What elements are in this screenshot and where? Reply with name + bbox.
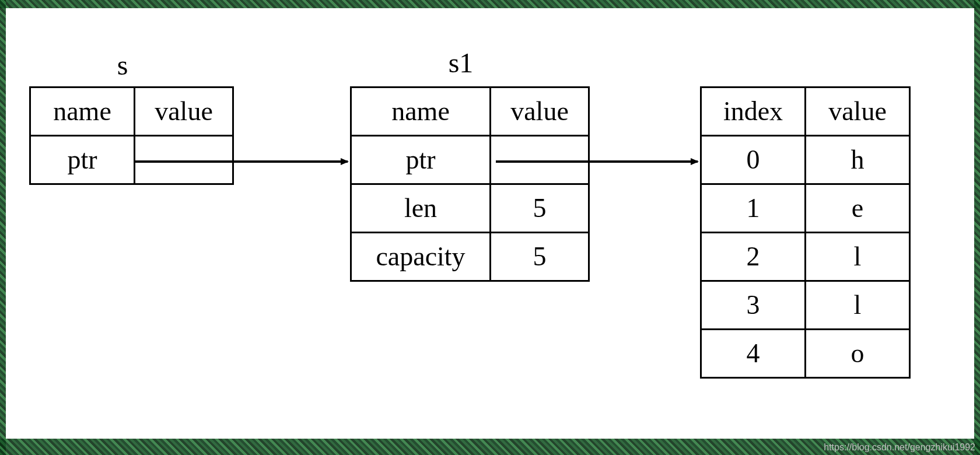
cell-index: 0 <box>701 136 806 184</box>
table-row: 0 h <box>701 136 910 184</box>
cell-index: 4 <box>701 330 806 378</box>
diagram-canvas: s s1 name value ptr name value ptr len 5… <box>0 0 980 455</box>
cell-name: len <box>351 184 491 233</box>
table-row: len 5 <box>351 184 589 233</box>
cell-name: ptr <box>351 136 491 184</box>
decorative-frame <box>974 0 980 455</box>
title-s1: s1 <box>438 47 484 79</box>
table-row: ptr <box>30 136 233 184</box>
header-cell-name: name <box>351 88 491 136</box>
decorative-frame <box>0 0 980 8</box>
table-row: ptr <box>351 136 589 184</box>
header-cell-value: value <box>491 88 589 136</box>
cell-value: e <box>806 184 910 233</box>
cell-index: 1 <box>701 184 806 233</box>
table-row: 2 l <box>701 233 910 281</box>
header-cell-value: value <box>135 88 233 136</box>
table-header-row: name value <box>30 88 233 136</box>
table-s: name value ptr <box>29 86 234 185</box>
header-cell-name: name <box>30 88 135 136</box>
cell-value: l <box>806 281 910 330</box>
cell-value: 5 <box>491 184 589 233</box>
title-s: s <box>111 49 134 81</box>
cell-index: 3 <box>701 281 806 330</box>
table-header-row: index value <box>701 88 910 136</box>
cell-value <box>135 136 233 184</box>
cell-index: 2 <box>701 233 806 281</box>
cell-value: o <box>806 330 910 378</box>
table-row: 3 l <box>701 281 910 330</box>
cell-value: 5 <box>491 233 589 281</box>
table-row: 4 o <box>701 330 910 378</box>
table-heap: index value 0 h 1 e 2 l 3 l 4 o <box>700 86 911 379</box>
table-header-row: name value <box>351 88 589 136</box>
decorative-frame <box>0 0 6 455</box>
table-row: 1 e <box>701 184 910 233</box>
cell-value: l <box>806 233 910 281</box>
watermark-text: https://blog.csdn.net/gengzhikui1992 <box>824 442 975 453</box>
cell-value: h <box>806 136 910 184</box>
header-cell-index: index <box>701 88 806 136</box>
header-cell-value: value <box>806 88 910 136</box>
cell-value <box>491 136 589 184</box>
cell-name: ptr <box>30 136 135 184</box>
cell-name: capacity <box>351 233 491 281</box>
table-row: capacity 5 <box>351 233 589 281</box>
table-s1: name value ptr len 5 capacity 5 <box>350 86 590 282</box>
